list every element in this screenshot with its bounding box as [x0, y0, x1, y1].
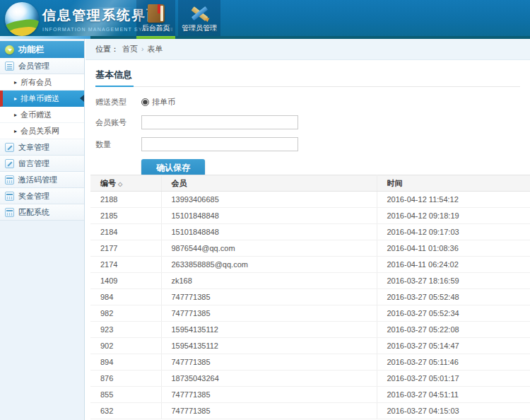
cell-id: 2184 — [90, 224, 161, 240]
tab-backend-home[interactable]: 后台首页 — [136, 0, 175, 39]
sidebar-item-message-management[interactable]: 留言管理 — [0, 156, 84, 172]
member-account-input[interactable] — [141, 115, 298, 129]
sidebar-item-label: 匹配系统 — [18, 207, 49, 218]
sidebar-item-label: 文章管理 — [18, 142, 49, 153]
quantity-input[interactable] — [141, 137, 298, 151]
cell-time: 2016-04-12 09:17:03 — [377, 224, 530, 240]
book-icon — [148, 4, 165, 23]
admin-tools-icon — [189, 4, 209, 23]
table-row: 8557477713852016-03-27 04:51:11 — [90, 387, 530, 403]
cell-member: 15101848848 — [161, 208, 377, 224]
sidebar-item-label: 排单币赠送 — [20, 93, 59, 104]
breadcrumb-prefix: 位置： — [95, 44, 119, 54]
table-row: 6327477713852016-03-27 04:15:03 — [90, 403, 530, 419]
table-row: 8947477713852016-03-27 05:11:46 — [90, 354, 530, 371]
cell-time: 2016-03-27 04:51:11 — [377, 387, 530, 403]
cell-id: 894 — [90, 354, 161, 371]
table-row: 21742633858885@qq.com2016-04-11 06:24:02 — [90, 257, 530, 273]
table-row: 9847477713852016-03-27 05:52:48 — [90, 289, 530, 305]
bullet-icon: ▸ — [14, 112, 17, 118]
cell-member: 747771385 — [161, 305, 377, 322]
breadcrumb-form-link[interactable]: 表单 — [147, 44, 163, 54]
sidebar-header-function-bar[interactable]: 功能栏 — [0, 41, 84, 58]
cell-member: 15954135112 — [161, 338, 377, 354]
sidebar-item-bonus-management[interactable]: 奖金管理 — [0, 188, 84, 204]
pencil-tip — [205, 16, 211, 22]
sidebar-item-label: 奖金管理 — [18, 191, 49, 202]
sidebar-item-member-network[interactable]: ▸ 会员关系网 — [0, 123, 84, 139]
field-label: 赠送类型 — [95, 97, 141, 107]
cell-member: 747771385 — [161, 289, 377, 305]
breadcrumb-home-link[interactable]: 首页 — [122, 44, 138, 54]
sidebar-item-matching-system[interactable]: 匹配系统 — [0, 204, 84, 221]
table-row: 876187350432642016-03-27 05:01:17 — [90, 371, 530, 387]
cell-id: 876 — [90, 371, 161, 387]
sidebar-item-label: 激活码管理 — [18, 175, 57, 185]
column-header-id[interactable]: 编号◇ — [90, 175, 161, 192]
section-title: 基本信息 — [95, 67, 134, 87]
sidebar-item-all-members[interactable]: ▸ 所有会员 — [0, 74, 84, 91]
column-header-member: 会员 — [161, 175, 377, 192]
cell-time: 2016-04-11 06:24:02 — [377, 257, 530, 273]
sidebar-item-label: 会员管理 — [18, 61, 49, 71]
edit-icon — [5, 143, 14, 152]
cell-member: 747771385 — [161, 354, 377, 371]
table-row: 2184151018488482016-04-12 09:17:03 — [90, 224, 530, 240]
sidebar-item-activation-code-management[interactable]: 激活码管理 — [0, 172, 84, 188]
cell-member: 747771385 — [161, 403, 377, 419]
field-label: 数量 — [95, 139, 141, 150]
table-row: 1409zk1682016-03-27 18:16:59 — [90, 273, 530, 289]
cell-time: 2016-03-27 05:52:34 — [377, 305, 530, 322]
sidebar-item-queue-coin-gift[interactable]: ▸ 排单币赠送 — [0, 91, 84, 107]
cell-time: 2016-03-27 05:11:46 — [377, 354, 530, 371]
calendar-icon — [5, 175, 14, 185]
tab-admin-management[interactable]: 管理员管理 — [178, 0, 220, 39]
cell-time: 2016-03-27 05:22:08 — [377, 322, 530, 338]
cell-time: 2016-03-27 05:52:48 — [377, 289, 530, 305]
cell-id: 855 — [90, 387, 161, 403]
sort-icon[interactable]: ◇ — [118, 181, 122, 187]
table-header-row: 编号◇ 会员 时间 — [90, 175, 530, 192]
table-row: 2188139934066852016-04-12 11:54:12 — [90, 192, 530, 208]
gift-type-radio[interactable] — [141, 98, 149, 106]
collapse-circle-icon — [5, 45, 14, 54]
bullet-icon: ▸ — [14, 128, 17, 134]
list-icon — [5, 62, 14, 71]
table-row: 923159541351122016-03-27 05:22:08 — [90, 322, 530, 338]
book-bookmark — [158, 4, 160, 13]
cell-member: zk168 — [161, 273, 377, 289]
field-label: 会员账号 — [95, 117, 141, 128]
sidebar-item-label: 会员关系网 — [20, 126, 59, 136]
section-head: 基本信息 — [95, 67, 520, 87]
app-header: 信息管理系统界面 INFORMATION MANAGEMENT SYSTEM G… — [0, 0, 530, 39]
column-header-time: 时间 — [377, 175, 530, 192]
cell-time: 2016-03-27 18:16:59 — [377, 273, 530, 289]
cell-time: 2016-04-12 09:18:19 — [377, 208, 530, 224]
cell-id: 2177 — [90, 240, 161, 257]
sidebar: 功能栏 会员管理 ▸ 所有会员 ▸ 排单币赠送 ▸ 金币赠送 ▸ 会员关系网 文… — [0, 39, 85, 420]
sidebar-item-label: 金币赠送 — [20, 110, 52, 120]
cell-member: 9876544@qq.com — [161, 240, 377, 257]
breadcrumb: 位置： 首页 › 表单 — [86, 39, 530, 60]
calendar-icon — [5, 208, 14, 217]
cell-time: 2016-04-11 01:08:36 — [377, 240, 530, 257]
sidebar-item-article-management[interactable]: 文章管理 — [0, 139, 84, 156]
records-table: 编号◇ 会员 时间 2188139934066852016-04-12 11:5… — [90, 175, 530, 420]
cell-id: 923 — [90, 322, 161, 338]
bullet-icon: ▸ — [14, 79, 17, 86]
cell-member: 15101848848 — [161, 224, 377, 240]
tab-label: 管理员管理 — [178, 23, 220, 33]
active-item-arrow-icon — [80, 95, 84, 102]
confirm-save-button[interactable]: 确认保存 — [141, 159, 205, 176]
table-row: 2185151018488482016-04-12 09:18:19 — [90, 208, 530, 224]
cell-time: 2016-04-12 11:54:12 — [377, 192, 530, 208]
cell-id: 982 — [90, 305, 161, 322]
cell-id: 2185 — [90, 208, 161, 224]
cell-id: 2174 — [90, 257, 161, 273]
form-row-quantity: 数量 — [95, 137, 530, 151]
sidebar-item-gold-coin-gift[interactable]: ▸ 金币赠送 — [0, 107, 84, 123]
sidebar-item-member-management[interactable]: 会员管理 — [0, 58, 84, 74]
main-content: 位置： 首页 › 表单 基本信息 赠送类型 排单币 会员账号 数量 确认保存 — [86, 39, 530, 420]
cell-member: 13993406685 — [161, 192, 377, 208]
breadcrumb-separator: › — [141, 45, 143, 53]
